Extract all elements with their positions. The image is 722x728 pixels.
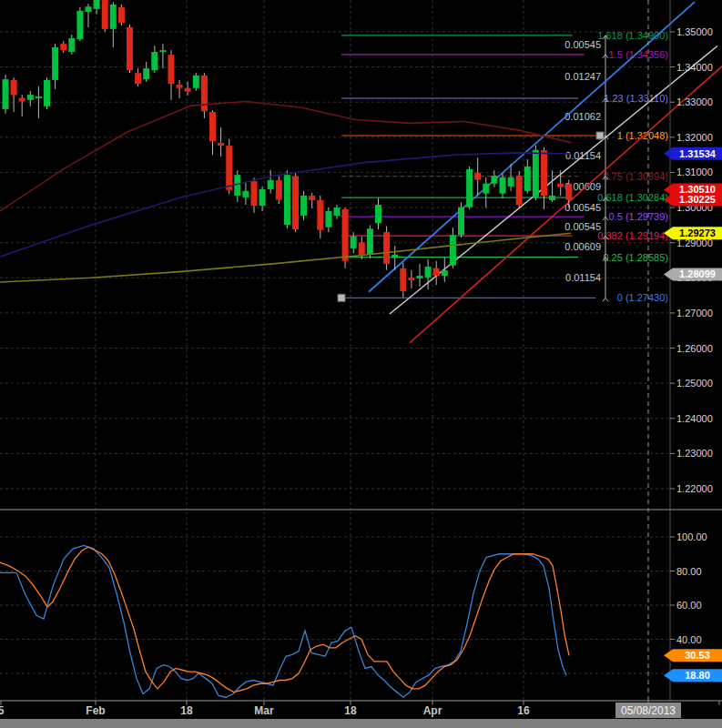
candle-up	[143, 68, 149, 79]
candle-up	[458, 207, 464, 236]
price-tick-label: 1.35000	[676, 26, 713, 37]
fib-level-label: 0.25 (1.28585)	[603, 252, 668, 263]
candle-down	[102, 0, 108, 29]
candle-up	[159, 50, 166, 52]
candle-down	[226, 146, 232, 190]
candle-down	[359, 242, 365, 255]
candle-up	[68, 38, 75, 52]
time-tick-label: 5	[0, 704, 5, 717]
candle-up	[300, 196, 307, 216]
trading-chart-window: 1.618 (1.34900)1.5 (1.34356)1.23 (1.3311…	[0, 0, 722, 728]
price-badge-label: 1.29273	[679, 228, 716, 238]
candle-up	[367, 228, 373, 255]
candle-down	[400, 268, 406, 291]
chart-canvas[interactable]: 1.618 (1.34900)1.5 (1.34356)1.23 (1.3311…	[0, 0, 722, 728]
candle-down	[60, 44, 66, 50]
time-tick-label: Feb	[86, 704, 105, 717]
stoch-tick-label: 40.00	[676, 634, 702, 645]
fib-distance-label: 0.00609	[564, 241, 601, 252]
candle-up	[442, 270, 448, 276]
price-badge-label: 1.28099	[679, 268, 716, 279]
candle-up	[193, 76, 199, 88]
price-tick-label: 1.27000	[676, 308, 713, 318]
fib-level-label: 1.5 (1.34356)	[609, 49, 668, 60]
candle-up	[491, 176, 497, 184]
candle-up	[52, 47, 58, 80]
candle-down	[127, 27, 133, 70]
time-tick-label: 18	[344, 704, 357, 717]
price-tick-label: 1.34000	[676, 62, 713, 73]
chart-background	[0, 0, 722, 728]
candle-up	[44, 80, 50, 106]
price-tick-label: 1.25000	[676, 378, 713, 389]
time-tick-label: Apr	[423, 704, 442, 717]
candle-down	[557, 184, 564, 187]
candle-down	[135, 73, 141, 84]
candle-down	[251, 181, 258, 206]
candle-up	[259, 189, 266, 206]
candle-down	[276, 180, 282, 200]
stoch-tick-label: 80.00	[676, 566, 702, 577]
candle-up	[392, 255, 398, 258]
candle-up	[375, 205, 381, 223]
candle-up	[325, 211, 331, 228]
candle-up	[284, 175, 290, 225]
stoch-tick-label: 60.00	[676, 600, 702, 611]
candle-up	[524, 167, 531, 191]
candle-down	[342, 209, 349, 261]
candle-up	[500, 177, 506, 194]
candle-down	[408, 278, 414, 280]
candle-down	[218, 143, 224, 146]
fib-level-label: 0.618 (1.30284)	[597, 192, 668, 203]
candle-up	[549, 196, 555, 200]
fib-distance-label: 0.01154	[565, 272, 601, 283]
stoch-badge-label: 18.80	[685, 670, 710, 681]
candle-down	[516, 176, 523, 205]
candle-down	[433, 268, 440, 276]
candle-up	[425, 267, 432, 278]
price-tick-label: 1.36000	[676, 0, 713, 2]
price-tick-label: 1.32000	[676, 132, 713, 143]
candle-up	[268, 180, 274, 189]
candle-up	[334, 207, 341, 216]
candle-down	[209, 112, 216, 141]
candle-up	[94, 0, 100, 9]
candle-up	[86, 6, 92, 12]
candle-up	[27, 95, 34, 100]
price-badge-label: 1.30225	[679, 194, 716, 205]
fib-level-label: 0.75 (1.30894)	[603, 171, 668, 182]
candle-up	[450, 235, 456, 266]
price-badge-label: 1.31534	[679, 148, 717, 159]
fib-level-label: 0.382 (1.29194)	[597, 230, 668, 241]
candle-down	[474, 173, 481, 180]
candle-down	[317, 200, 323, 230]
candle-up	[3, 79, 9, 109]
fib-handle-end[interactable]	[596, 132, 604, 139]
fib-distance-label: 0.00545	[564, 39, 601, 50]
candle-up	[36, 96, 42, 98]
fib-handle-start[interactable]	[338, 294, 345, 301]
candle-down	[168, 55, 175, 84]
candle-up	[466, 169, 473, 207]
time-tick-label: 16	[517, 704, 530, 717]
candle-down	[177, 85, 183, 88]
candle-up	[110, 5, 117, 29]
candle-up	[151, 52, 158, 70]
fib-level-label: 0.5 (1.29739)	[609, 211, 668, 222]
cursor-date-label: 05/08/2013	[621, 704, 676, 717]
window-bottom-strip	[0, 719, 722, 728]
time-tick-label: Mar	[254, 704, 274, 717]
fib-level-label: 0 (1.27430)	[617, 292, 668, 303]
candle-up	[508, 177, 514, 187]
candle-up	[533, 150, 539, 197]
candle-down	[201, 76, 208, 111]
candle-up	[76, 11, 83, 39]
stoch-tick-label: 100.00	[676, 531, 707, 542]
price-tick-label: 1.24000	[676, 413, 713, 424]
candle-down	[118, 7, 125, 23]
candle-down	[185, 88, 191, 92]
candle-down	[19, 98, 25, 102]
candle-down	[565, 184, 572, 200]
candle-up	[483, 184, 489, 194]
fib-distance-label: 0.01247	[564, 71, 601, 82]
